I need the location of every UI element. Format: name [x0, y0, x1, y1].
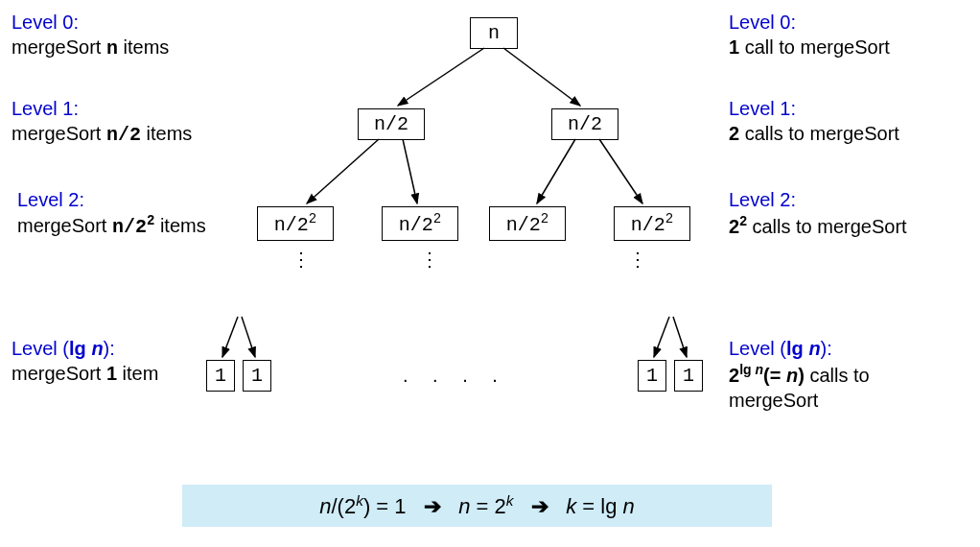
hdots: . . . .: [403, 365, 507, 387]
left-label-level2: Level 2: mergeSort n/22 items: [17, 187, 206, 240]
svg-line-9: [654, 317, 669, 357]
node-root: n: [470, 17, 518, 49]
right-label-level1: Level 1: 2 calls to mergeSort: [729, 96, 899, 146]
right-label-levelk: Level (lg n): 2lg n(= n) calls to mergeS…: [729, 336, 870, 413]
node-l2c: n/22: [489, 206, 566, 241]
node-l2b: n/22: [382, 206, 458, 241]
node-leaf-1: 1: [206, 360, 235, 392]
svg-line-6: [599, 139, 642, 203]
node-l1a: n/2: [358, 108, 425, 140]
vdots-3: ⋮: [628, 248, 647, 271]
vdots-2: ⋮: [420, 248, 439, 271]
left-label-levelk: Level (lg n): mergeSort 1 item: [12, 336, 158, 386]
right-label-level2: Level 2: 22 calls to mergeSort: [729, 187, 907, 239]
node-l2d: n/22: [614, 206, 690, 241]
left-label-level1: Level 1: mergeSort n/2 items: [12, 96, 192, 148]
left-label-level0: Level 0: mergeSort n items: [12, 10, 169, 61]
svg-line-1: [398, 48, 484, 106]
svg-line-4: [403, 139, 417, 203]
svg-line-5: [537, 139, 575, 203]
node-leaf-4: 1: [674, 360, 703, 392]
node-l2a: n/22: [257, 206, 334, 241]
tree-arrows: [0, 0, 980, 547]
svg-line-10: [673, 317, 687, 357]
svg-line-3: [307, 139, 379, 203]
node-leaf-3: 1: [638, 360, 666, 392]
svg-line-8: [242, 317, 255, 357]
node-leaf-2: 1: [243, 360, 271, 392]
right-label-level0: Level 0: 1 call to mergeSort: [729, 10, 890, 59]
svg-line-2: [503, 48, 580, 106]
node-l1b: n/2: [551, 108, 618, 140]
svg-line-7: [222, 317, 238, 357]
formula-bar: n/(2k) = 1 ➔ n = 2k ➔ k = lg n: [182, 485, 772, 527]
vdots-1: ⋮: [292, 248, 311, 271]
